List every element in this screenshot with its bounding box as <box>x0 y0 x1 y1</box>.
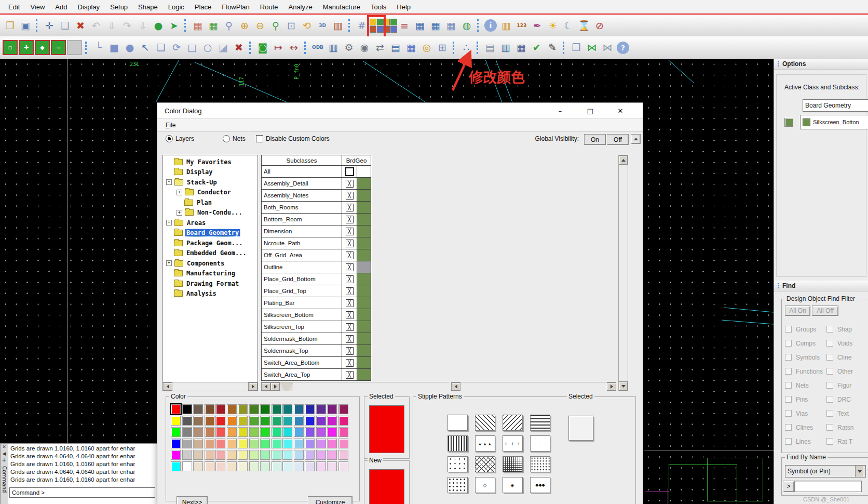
stipple-pattern-dashes[interactable]: – – – <box>530 435 550 452</box>
menu-analyze[interactable]: Analyze <box>283 1 317 13</box>
palette-color[interactable] <box>260 461 270 471</box>
palette-color[interactable] <box>272 450 281 460</box>
snapshot-button[interactable]: ◉ <box>357 40 372 56</box>
palette-color[interactable] <box>338 461 348 471</box>
maximize-button[interactable]: □ <box>582 103 598 118</box>
palette-color[interactable] <box>338 439 348 448</box>
palette-color[interactable] <box>227 427 237 437</box>
palette-color[interactable] <box>205 439 214 448</box>
subclass-row-place-grid-bottom[interactable]: Place_Grid_Bottom╳ <box>261 273 372 285</box>
pad-mode-button[interactable]: ◆ <box>35 40 50 55</box>
filter-drc[interactable]: DRC <box>826 392 853 406</box>
subclass-row-all[interactable]: All <box>261 166 372 178</box>
redo-button[interactable]: ↷ <box>119 18 135 33</box>
filter-functions[interactable]: Functions <box>785 364 823 378</box>
collapse-icon[interactable]: ◀ <box>3 451 6 458</box>
tree-item-areas[interactable]: +Areas <box>164 218 256 228</box>
subclass-color-swatch[interactable] <box>357 249 371 261</box>
palette-color[interactable] <box>205 427 214 437</box>
tree-expander-icon[interactable]: + <box>177 210 182 216</box>
palette-color[interactable] <box>316 427 326 437</box>
color-dialog-titlebar[interactable]: Color Dialog – □ ✕ <box>157 103 643 119</box>
visibility-checkbox[interactable]: ╳ <box>342 226 357 237</box>
corner-shape-button[interactable]: ◪ <box>215 40 231 56</box>
measure-span-button[interactable]: ↔ <box>286 40 302 56</box>
subclass-row-assembly-detail[interactable]: Assembly_Detail╳ <box>261 178 372 190</box>
visibility-checkbox[interactable]: ╳ <box>342 190 357 202</box>
filter-nets[interactable]: Nets <box>785 378 823 392</box>
subclass-color-swatch[interactable] <box>357 273 371 285</box>
subclass-row-place-grid-top[interactable]: Place_Grid_Top╳ <box>261 285 372 297</box>
palette-color[interactable] <box>227 461 237 471</box>
filter-symbols[interactable]: Symbols <box>785 350 823 364</box>
zoom-rect-button[interactable]: ⚲ <box>221 18 237 33</box>
palette-color[interactable] <box>272 439 281 448</box>
palette-color[interactable] <box>205 461 214 471</box>
palette-color[interactable] <box>182 461 192 471</box>
highlight-button[interactable]: ● <box>151 18 166 33</box>
subclass-color-swatch[interactable] <box>357 321 371 333</box>
global-visibility-on-button[interactable]: On <box>584 134 606 145</box>
contrast-mode-button[interactable]: ☾ <box>561 18 576 33</box>
element-info-button[interactable]: ▥ <box>498 18 514 33</box>
palette-color[interactable] <box>215 439 225 448</box>
cm-view-button[interactable]: ▦ <box>412 18 428 33</box>
palette-color[interactable] <box>327 450 337 460</box>
measure-button[interactable]: 123 <box>514 18 530 33</box>
palette-color[interactable] <box>193 439 203 448</box>
cross-section-button[interactable]: ≡ <box>397 18 412 33</box>
tree-item-non-condu[interactable]: +Non-Condu... <box>164 208 256 218</box>
palette-color[interactable] <box>294 427 304 437</box>
palette-color[interactable] <box>182 416 192 426</box>
palette-color[interactable] <box>227 416 237 426</box>
palette-color[interactable] <box>249 416 259 426</box>
zoom-out-button[interactable]: ⊖ <box>252 18 268 33</box>
palette-color[interactable] <box>205 450 214 460</box>
filter-clines[interactable]: Clines <box>785 420 823 434</box>
palette-color[interactable] <box>193 450 203 460</box>
disabled-mode-button[interactable] <box>67 40 82 55</box>
all-on-button[interactable]: All On <box>785 306 810 316</box>
tree-item-drawing-format[interactable]: Drawing Format <box>164 278 256 289</box>
table-vscrollbar[interactable] <box>618 155 628 391</box>
subclass-row-assembly-notes[interactable]: Assembly_Notes╳ <box>261 190 372 202</box>
subclass-color-swatch[interactable] <box>357 190 371 202</box>
subclass-color-swatch[interactable] <box>357 226 371 237</box>
palette-color[interactable] <box>215 450 225 460</box>
subclass-row-plating-bar[interactable]: Plating_Bar╳ <box>261 297 372 309</box>
visibility-checkbox[interactable]: ╳ <box>342 369 357 381</box>
subclass-color-swatch[interactable] <box>357 333 371 345</box>
find-panel-header[interactable]: Find <box>774 281 868 291</box>
subclass-color-swatch[interactable] <box>357 237 371 249</box>
stipple-pattern-grid[interactable] <box>503 456 523 472</box>
file-menu[interactable]: File <box>161 121 180 130</box>
route-mode-button[interactable]: ✚ <box>19 40 34 55</box>
palette-color[interactable] <box>327 427 337 437</box>
palette-color[interactable] <box>205 404 214 414</box>
palette-color[interactable] <box>205 416 214 426</box>
delete-button[interactable]: ✖ <box>73 18 88 33</box>
probe-button[interactable]: ✎ <box>545 40 560 56</box>
scroll-right-icon[interactable] <box>607 382 616 391</box>
stipple-pattern-diamond-open[interactable]: ◇ <box>475 477 495 493</box>
customize-button[interactable]: Customize <box>308 496 352 504</box>
world-view-button[interactable]: ◍ <box>459 18 474 33</box>
shape-copy-button[interactable]: ❏ <box>153 40 169 56</box>
all-off-button[interactable]: All Off <box>812 306 838 316</box>
close-icon[interactable]: ✕ <box>2 444 6 451</box>
assign-color-button[interactable]: ◙ <box>255 40 270 56</box>
palette-color[interactable] <box>305 427 315 437</box>
stipple-pattern-vlines[interactable] <box>447 435 468 452</box>
palette-color[interactable] <box>327 439 337 448</box>
palette-color[interactable] <box>282 427 292 437</box>
subclass-color-swatch[interactable] <box>357 178 371 190</box>
palette-color[interactable] <box>338 450 348 460</box>
subclass-row-both-rooms[interactable]: Both_Rooms╳ <box>261 202 372 214</box>
palette-color[interactable] <box>316 461 326 471</box>
menu-flowplan[interactable]: FlowPlan <box>216 1 254 13</box>
palette-color[interactable] <box>182 450 192 460</box>
zoom-in-button[interactable]: ⊕ <box>237 18 252 33</box>
menu-manufacture[interactable]: Manufacture <box>318 1 365 13</box>
subclass-row-outline[interactable]: Outline╳ <box>261 261 372 273</box>
palette-color[interactable] <box>282 450 292 460</box>
